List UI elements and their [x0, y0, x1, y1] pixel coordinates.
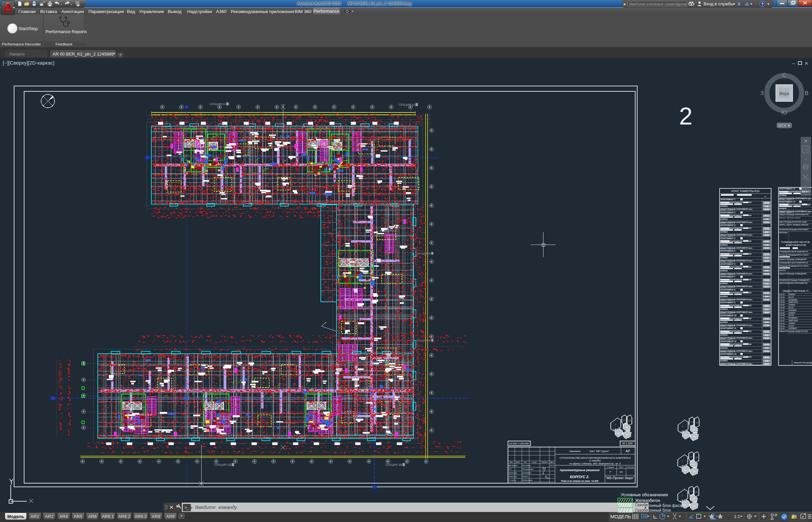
svg-text:СЕКЦИЯ 2Б: СЕКЦИЯ 2Б: [214, 463, 231, 466]
svg-text:КЛАДОВКА: КЛАДОВКА: [789, 299, 798, 301]
svg-text:Балконы с коэф. 1): Балконы с коэф. 1): [720, 274, 733, 275]
svg-text:37.93: 37.93: [765, 266, 769, 268]
svg-text:ЗАО "МР Групп": ЗАО "МР Групп": [589, 450, 610, 453]
svg-text:БАЛКОН: БАЛКОН: [779, 195, 787, 196]
svg-text:50.41: 50.41: [765, 363, 769, 365]
svg-text:БАЛКОНЫ): БАЛКОНЫ): [779, 232, 788, 234]
svg-text:Балконы с коэф. 1): Балконы с коэф. 1): [720, 338, 733, 340]
svg-text:АПАРТАМЕНТ 15: АПАРТАМЕНТ 15: [779, 201, 796, 203]
svg-text:3.95: 3.95: [765, 347, 768, 349]
svg-text:З: З: [760, 90, 764, 96]
svg-text:2-16.01: 2-16.01: [779, 294, 785, 296]
svg-text:ПЛОЩАДЬ ПОМЕЩЕНИЙ ПО ПЯТНУ: ПЛОЩАДЬ ПОМЕЩЕНИЙ ПО ПЯТНУ: [779, 265, 809, 267]
svg-text:ТАМБУР: ТАМБУР: [789, 312, 796, 314]
svg-text:БАЛКОН: БАЛКОН: [720, 296, 728, 298]
svg-text:Балконы с коэф. 1): Балконы с коэф. 1): [720, 300, 733, 301]
svg-text:2-16.06: 2-16.06: [779, 306, 785, 308]
svg-text:Железобетон: Железобетон: [635, 498, 660, 503]
svg-text:✕: ✕: [805, 61, 808, 66]
svg-text:ОБСЛУЖИВАНИЯ АПАРТАМЕНТОВ: ОБСЛУЖИВАНИЯ АПАРТАМЕНТОВ: [779, 282, 808, 284]
svg-text:Балконы с коэф. 1): Балконы с коэф. 1): [720, 209, 733, 211]
svg-text:БАЛКОН: БАЛКОН: [779, 207, 787, 209]
svg-text:Вход в службы: Вход в службы: [703, 1, 734, 6]
svg-text:56.77: 56.77: [765, 215, 769, 217]
svg-text:В: В: [805, 90, 808, 96]
svg-text:Газобетонный блок: Газобетонный блок: [635, 508, 649, 513]
svg-text:Изм.: Изм.: [510, 461, 513, 463]
svg-text:Листов: Листов: [627, 466, 634, 468]
svg-text:Балконы с коэф. 1): Балконы с коэф. 1): [720, 287, 733, 288]
svg-text:БАЛКОН: БАЛКОН: [720, 257, 728, 259]
svg-text:2-16.13: 2-16.13: [779, 325, 785, 327]
svg-text:Балконы с коэф. 1): Балконы с коэф. 1): [779, 212, 792, 213]
svg-text:46.82: 46.82: [765, 305, 769, 307]
svg-text:47.50: 47.50: [765, 227, 769, 229]
svg-text:2.37: 2.37: [765, 270, 768, 272]
svg-text:План 2-го этажа на отм. +4.200: План 2-го этажа на отм. +4.200: [561, 480, 598, 482]
svg-text:ТАМБУР: ТАМБУР: [789, 322, 796, 324]
svg-text:М.Стакович: М.Стакович: [522, 465, 531, 466]
svg-text:С: С: [782, 72, 786, 78]
svg-text:2-16.02: 2-16.02: [779, 296, 785, 298]
svg-text:Балконы с коэф. 1): Балконы с коэф. 1): [720, 235, 733, 237]
svg-text:ПОЛЕЗНАЯ ПЛОЩАДЬ (АПАРТАМЕНТ.: ПОЛЕЗНАЯ ПЛОЩАДЬ (АПАРТАМЕНТ.: [779, 229, 809, 230]
svg-text:Архитектор: Архитектор: [509, 476, 517, 478]
svg-text:2-16.03: 2-16.03: [779, 299, 785, 301]
svg-text:М.Шеин: М.Шеин: [522, 476, 528, 478]
svg-text:Лист: Лист: [619, 466, 623, 468]
svg-text:ОБЩЕСТВЕННЫЕ П.: ОБЩЕСТВЕННЫЕ П.: [782, 289, 809, 293]
svg-text:АПАРТАМЕНТ 12: АПАРТАМЕНТ 12: [720, 340, 736, 342]
svg-text:АПАРТАМЕНТ 2: АПАРТАМЕНТ 2: [720, 212, 735, 214]
svg-text:2-16.14: 2-16.14: [779, 327, 785, 329]
svg-text:8.84: 8.84: [765, 296, 768, 298]
svg-text:АПАРТАМЕНТ 3: АПАРТАМЕНТ 3: [720, 224, 736, 226]
svg-text:м²: м²: [765, 196, 766, 197]
svg-text:Ю: Ю: [781, 109, 787, 116]
svg-text:Балконы с коэф. 1): Балконы с коэф. 1): [720, 222, 733, 224]
svg-text:62.88: 62.88: [765, 312, 769, 314]
svg-text:МСК: МСК: [778, 123, 786, 127]
svg-text:"МБ-Проект бюро": "МБ-Проект бюро": [605, 476, 634, 480]
svg-text:ПЛОЩАДЬ ПОМЕЩЕНИЙ ПО ПЯТНУ: ПЛОЩАДЬ ПОМЕЩЕНИЙ ПО ПЯТНУ: [779, 254, 809, 256]
svg-text:ПОМЕЩЕНИЯ ОБСЛУЖИВАНИЯ АП.: ПОМЕЩЕНИЯ ОБСЛУЖИВАНИЯ АП.: [779, 262, 808, 264]
svg-text:Стадия: Стадия: [607, 466, 614, 468]
svg-text:по адресу: г.Москва, ЗАО, Бере: по адресу: г.Москва, ЗАО, Береговой пр.,…: [569, 462, 621, 465]
svg-text:56.44: 56.44: [765, 356, 769, 358]
svg-text:44.20: 44.20: [765, 240, 769, 242]
svg-text:БАЛКОН: БАЛКОН: [720, 244, 728, 246]
svg-text:8.74: 8.74: [765, 308, 768, 310]
svg-text:Балконы с макс.коэф. перегор.: Балконы с макс.коэф. перегор.: [779, 217, 800, 219]
svg-text:БАЛКОН: БАЛКОН: [720, 205, 728, 207]
svg-text:АПАРТАМЕНТ 13: АПАРТАМЕНТ 13: [720, 353, 737, 355]
svg-text:ТЕРРАС, ЭКСПЛ. КРОВЕЛЬ АПАРТАМ: ТЕРРАС, ЭКСПЛ. КРОВЕЛЬ АПАРТАМ.: [779, 224, 809, 226]
svg-text:35.09: 35.09: [765, 292, 769, 294]
svg-text:КОРИДОР: КОРИДОР: [789, 309, 797, 311]
svg-text:БАЛКОН: БАЛКОН: [720, 321, 728, 323]
svg-text:57.76: 57.76: [765, 253, 769, 255]
svg-text:СТРОИТЕЛЬСТВО МНОГОФУНКЦИОНАЛЬ: СТРОИТЕЛЬСТВО МНОГОФУНКЦИОНАЛЬНОГО КОМПЛ…: [560, 457, 631, 459]
svg-text:Подпись: Подпись: [541, 461, 548, 463]
svg-text:43.59: 43.59: [765, 330, 769, 333]
svg-text:СЕКЦИЯ 2А: СЕКЦИЯ 2А: [399, 103, 415, 106]
svg-text:ГАП: ГАП: [509, 468, 511, 470]
svg-text:БАЛКОН: БАЛКОН: [720, 270, 728, 272]
svg-text:Условные обозначения: Условные обозначения: [621, 492, 668, 497]
svg-text:Р: Р: [610, 470, 611, 474]
svg-text:Газобетонный блок фасад: Газобетонный блок фасад: [635, 503, 649, 507]
svg-text:АПАРТАМЕНТ 6: АПАРТАМЕНТ 6: [720, 263, 736, 265]
svg-text:АПАРТАМЕНТ 9: АПАРТАМЕНТ 9: [720, 301, 736, 303]
svg-text:АПАРТАМЕНТ 10: АПАРТАМЕНТ 10: [720, 315, 736, 317]
svg-text:8.70: 8.70: [765, 231, 768, 233]
svg-text:М 1:100: М 1:100: [622, 442, 633, 445]
svg-text:2-16.10: 2-16.10: [779, 317, 785, 319]
svg-text:БАЛКОН: БАЛКОН: [779, 269, 786, 272]
svg-text:БАЛКОН: БАЛКОН: [720, 218, 728, 220]
svg-text:СЕКЦИЯ 2А: СЕКЦИЯ 2А: [209, 102, 226, 106]
svg-text:46.18: 46.18: [765, 343, 769, 345]
svg-text:2-16.07: 2-16.07: [779, 309, 785, 311]
svg-text:Дата: Дата: [550, 461, 554, 463]
svg-text:75.49: 75.49: [765, 273, 769, 275]
svg-text:ЛК 202: ЛК 202: [789, 306, 794, 308]
svg-text:СЕКЦИЯ 2Б: СЕКЦИЯ 2Б: [416, 339, 431, 342]
svg-text:ОБЩ.ПЛОЩАДЬ БАЛКОНОВ, ЛОДЖ.: ОБЩ.ПЛОЩАДЬ БАЛКОНОВ, ЛОДЖ.: [779, 221, 807, 223]
